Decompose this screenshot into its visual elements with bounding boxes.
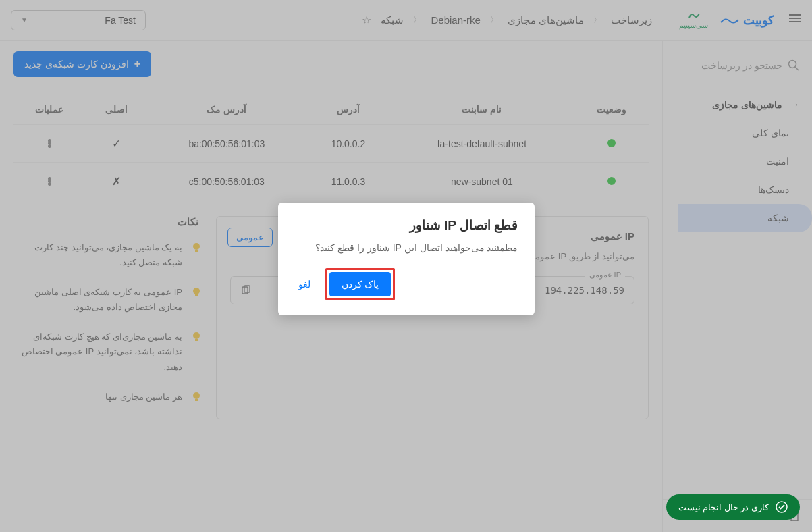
modal-body: مطمئنید می‌خواهید اتصال این IP شناور را … xyxy=(294,242,518,253)
modal-title: قطع اتصال IP شناور xyxy=(294,217,518,233)
job-status-pill[interactable]: کاری در حال انجام نیست xyxy=(666,494,800,520)
job-status-text: کاری در حال انجام نیست xyxy=(678,502,769,512)
modal-overlay[interactable]: قطع اتصال IP شناور مطمئنید می‌خواهید اتص… xyxy=(0,0,812,532)
modal-actions: لغو پاک کردن xyxy=(294,268,518,300)
modal-cancel-button[interactable]: لغو xyxy=(294,273,315,295)
check-circle-icon xyxy=(776,501,788,513)
disconnect-ip-modal: قطع اتصال IP شناور مطمئنید می‌خواهید اتص… xyxy=(278,203,535,315)
highlight-annotation: پاک کردن xyxy=(325,268,396,300)
modal-confirm-button[interactable]: پاک کردن xyxy=(329,272,391,296)
